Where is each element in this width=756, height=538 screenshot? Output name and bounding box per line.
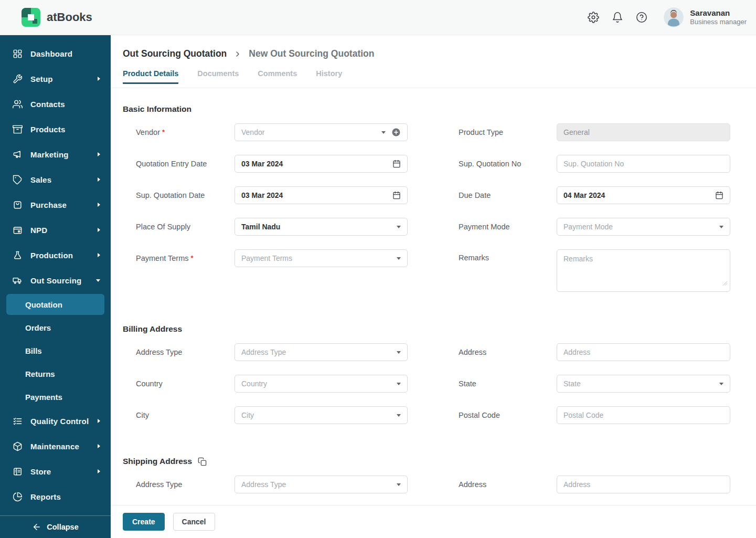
- calendar-icon: [392, 160, 401, 168]
- field-due-date: Due Date 04 Mar 2024: [459, 186, 730, 204]
- sidebar-item-marketing[interactable]: Marketing: [0, 142, 111, 167]
- pie-chart-icon: [13, 491, 23, 502]
- chevron-right-icon: [98, 77, 100, 81]
- billing-postal-code-input[interactable]: [557, 406, 730, 424]
- sidebar-item-dashboard[interactable]: Dashboard: [0, 41, 111, 66]
- resize-handle-icon[interactable]: [722, 279, 728, 288]
- sidebar-item-quality-control[interactable]: Quality Control: [0, 408, 111, 434]
- chevron-down-icon: [397, 383, 401, 385]
- sidebar-item-out-sourcing[interactable]: Out Sourcing: [0, 268, 111, 293]
- sidebar-item-sales[interactable]: Sales: [0, 167, 111, 192]
- field-billing-city: City City: [123, 406, 408, 424]
- cancel-button[interactable]: Cancel: [173, 513, 215, 531]
- bell-icon[interactable]: [611, 12, 623, 24]
- chevron-right-icon: [98, 152, 100, 156]
- tab-product-details[interactable]: Product Details: [123, 69, 178, 84]
- sidebar-item-contacts[interactable]: Contacts: [0, 91, 111, 117]
- remarks-textarea[interactable]: [557, 249, 730, 292]
- user-role: Business manager: [690, 18, 747, 26]
- atbooks-logo-icon: [21, 7, 41, 27]
- collapse-button[interactable]: Collapse: [0, 515, 111, 538]
- sidebar-subitem-bills[interactable]: Bills: [0, 339, 111, 362]
- brand-name: atBooks: [47, 10, 92, 24]
- add-vendor-icon[interactable]: [391, 128, 401, 137]
- copy-address-icon[interactable]: [198, 457, 207, 466]
- sidebar-item-maintenance[interactable]: Maintenance: [0, 434, 111, 459]
- sidebar: Dashboard Setup Contacts: [0, 35, 111, 538]
- chevron-right-icon: [98, 253, 100, 257]
- billing-city-select[interactable]: City: [235, 406, 408, 424]
- sidebar-item-production[interactable]: Production: [0, 242, 111, 268]
- sup-quotation-no-input[interactable]: [557, 155, 730, 173]
- quotation-entry-date-picker[interactable]: 03 Mar 2024: [235, 155, 408, 173]
- arrow-left-icon: [32, 522, 41, 532]
- field-sup-quotation-date: Sup. Quotation Date 03 Mar 2024: [123, 186, 408, 204]
- field-product-type: Product Type: [459, 123, 730, 141]
- dashboard-grid-icon: [13, 48, 23, 59]
- section-title: Billing Address: [123, 324, 182, 334]
- chevron-down-icon: [397, 351, 401, 354]
- topbar-actions: Saravanan Business manager: [587, 7, 756, 27]
- section-title: Basic Information: [123, 104, 191, 114]
- field-vendor: Vendor* Vendor: [123, 123, 408, 141]
- shipping-address-input[interactable]: [557, 476, 730, 493]
- chevron-down-icon: [719, 383, 723, 385]
- field-shipping-address: Address: [459, 476, 730, 493]
- tab-history[interactable]: History: [316, 69, 342, 84]
- due-date-picker[interactable]: 04 Mar 2024: [557, 186, 730, 204]
- sidebar-item-purchase[interactable]: Purchase: [0, 192, 111, 217]
- create-button[interactable]: Create: [123, 513, 165, 531]
- gear-icon[interactable]: [587, 12, 599, 24]
- chevron-right-icon: [98, 419, 100, 423]
- calendar-icon: [392, 191, 401, 199]
- vendor-select[interactable]: Vendor: [235, 123, 408, 141]
- chevron-right-icon: [233, 50, 242, 58]
- place-of-supply-select[interactable]: Tamil Nadu: [235, 218, 408, 236]
- payment-mode-select[interactable]: Payment Mode: [557, 218, 730, 236]
- sidebar-item-products[interactable]: Products: [0, 117, 111, 142]
- sidebar-item-reports[interactable]: Reports: [0, 484, 111, 509]
- billing-state-select[interactable]: State: [557, 375, 730, 393]
- sidebar-subitem-orders[interactable]: Orders: [0, 316, 111, 339]
- field-remarks: Remarks: [459, 249, 730, 292]
- tab-comments[interactable]: Comments: [258, 69, 297, 84]
- page-header: Out Sourcing Quotation New Out Sourcing …: [111, 35, 756, 88]
- breadcrumb-parent[interactable]: Out Sourcing Quotation: [123, 48, 227, 59]
- payment-terms-select[interactable]: Payment Terms: [235, 249, 408, 267]
- user-menu[interactable]: Saravanan Business manager: [664, 7, 747, 27]
- tab-documents[interactable]: Documents: [197, 69, 239, 84]
- form-area: Basic Information Vendor* Vendor: [111, 88, 756, 538]
- billing-address-input[interactable]: [557, 343, 730, 361]
- chevron-down-icon: [397, 414, 401, 417]
- sidebar-item-store[interactable]: Store: [0, 459, 111, 484]
- sidebar-subitem-quotation[interactable]: Quotation: [6, 294, 104, 315]
- tab-bar: Product Details Documents Comments Histo…: [111, 69, 756, 84]
- package-cube-icon: [13, 441, 23, 451]
- shipping-address-type-select[interactable]: Address Type: [235, 476, 408, 493]
- sidebar-item-setup[interactable]: Setup: [0, 66, 111, 91]
- brand[interactable]: atBooks: [0, 7, 92, 27]
- field-billing-state: State State: [459, 375, 730, 393]
- chevron-right-icon: [98, 444, 100, 448]
- chevron-down-icon: [719, 226, 723, 228]
- field-billing-address: Address: [459, 343, 730, 361]
- billing-country-select[interactable]: Country: [235, 375, 408, 393]
- user-name: Saravanan: [690, 8, 747, 18]
- sup-quotation-date-picker[interactable]: 03 Mar 2024: [235, 186, 408, 204]
- calendar-icon: [715, 191, 723, 199]
- archive-box-icon: [13, 124, 23, 134]
- chevron-right-icon: [98, 469, 100, 473]
- shopping-bag-icon: [13, 199, 23, 210]
- help-icon[interactable]: [635, 12, 647, 24]
- field-shipping-address-type: Address Type Address Type: [123, 476, 408, 493]
- sidebar-subitem-payments[interactable]: Payments: [0, 385, 111, 408]
- tag-icon: [13, 174, 23, 185]
- chevron-down-icon: [96, 279, 100, 282]
- billing-address-type-select[interactable]: Address Type: [235, 343, 408, 361]
- sidebar-item-npd[interactable]: NPD: [0, 217, 111, 242]
- sidebar-subitem-returns[interactable]: Returns: [0, 362, 111, 385]
- field-sup-quotation-no: Sup. Quotation No: [459, 155, 730, 173]
- chevron-right-icon: [98, 177, 100, 182]
- flask-icon: [13, 250, 23, 260]
- field-payment-terms: Payment Terms* Payment Terms: [123, 249, 408, 267]
